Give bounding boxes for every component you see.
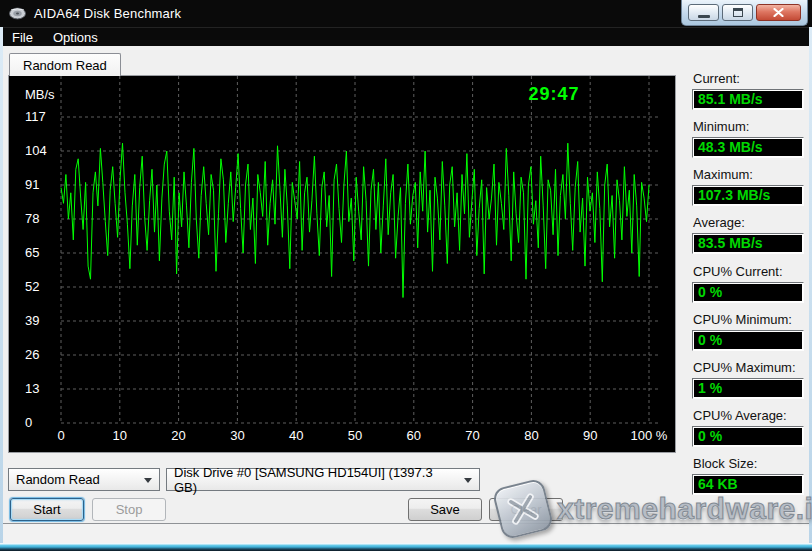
stat-value: 107.3 MB/s <box>694 187 802 204</box>
stat-value: 83.5 MB/s <box>694 235 802 252</box>
start-button[interactable]: Start <box>10 498 84 521</box>
y-tick-label: 78 <box>25 211 55 226</box>
test-type-value: Random Read <box>16 472 100 487</box>
x-tick-label: 20 <box>171 428 185 443</box>
dropdown-arrow-icon <box>464 478 472 483</box>
stat-label: Block Size: <box>693 456 804 471</box>
x-tick-label: 80 <box>524 428 538 443</box>
stat-cpu-average: CPU% Average: 0 % <box>692 408 804 447</box>
y-tick-label: 104 <box>25 143 55 158</box>
menu-bar: File Options <box>0 27 812 46</box>
test-type-select[interactable]: Random Read <box>8 468 160 491</box>
menu-options[interactable]: Options <box>43 29 108 46</box>
window-title: AIDA64 Disk Benchmark <box>34 6 181 21</box>
disk-icon <box>9 6 26 21</box>
stats-panel: Current: 85.1 MB/s Minimum: 48.3 MB/s Ma… <box>692 71 804 504</box>
y-tick-label: 39 <box>25 313 55 328</box>
save-button[interactable]: Save <box>408 498 482 521</box>
y-tick-label: 117 <box>25 109 55 124</box>
stat-label: Maximum: <box>693 167 804 182</box>
x-tick-label: 0 <box>57 428 64 443</box>
y-tick-label: 26 <box>25 347 55 362</box>
stat-value: 0 % <box>694 428 802 445</box>
stat-average: Average: 83.5 MB/s <box>692 215 804 254</box>
dropdown-arrow-icon <box>144 478 152 483</box>
stop-button[interactable]: Stop <box>92 498 166 521</box>
x-tick-label: 30 <box>230 428 244 443</box>
stat-label: CPU% Maximum: <box>693 360 804 375</box>
stat-label: CPU% Current: <box>693 264 804 279</box>
stat-label: CPU% Minimum: <box>693 312 804 327</box>
close-button[interactable] <box>756 4 801 21</box>
stat-value: 1 % <box>694 380 802 397</box>
y-tick-label: 52 <box>25 279 55 294</box>
stat-block-size: Block Size: 64 KB <box>692 456 804 495</box>
stat-label: Average: <box>693 215 804 230</box>
x-tick-label: 50 <box>348 428 362 443</box>
status-bar <box>1 523 811 543</box>
stat-value: 64 KB <box>694 476 802 493</box>
x-tick-label: 100 % <box>631 428 668 443</box>
stat-current: Current: 85.1 MB/s <box>692 71 804 110</box>
stat-label: Current: <box>693 71 804 86</box>
x-tick-label: 70 <box>465 428 479 443</box>
x-tick-label: 40 <box>289 428 303 443</box>
stat-label: Minimum: <box>693 119 804 134</box>
clear-button[interactable]: Clear <box>489 498 563 521</box>
disk-drive-select[interactable]: Disk Drive #0 [SAMSUNG HD154UI] (1397.3 … <box>166 468 480 491</box>
y-tick-label: 0 <box>25 415 55 430</box>
maximize-button[interactable] <box>722 4 753 21</box>
chart-plot <box>57 76 669 428</box>
stat-value: 48.3 MB/s <box>694 139 802 156</box>
menu-file[interactable]: File <box>2 29 43 46</box>
window-border-bottom <box>0 543 812 551</box>
disk-drive-value: Disk Drive #0 [SAMSUNG HD154UI] (1397.3 … <box>174 465 457 495</box>
stat-cpu-maximum: CPU% Maximum: 1 % <box>692 360 804 399</box>
tab-random-read[interactable]: Random Read <box>9 53 121 76</box>
minimize-button[interactable] <box>688 4 719 21</box>
window-controls <box>681 0 808 26</box>
elapsed-time: 29:47 <box>479 84 629 105</box>
stat-maximum: Maximum: 107.3 MB/s <box>692 167 804 206</box>
app-window: AIDA64 Disk Benchmark File Options Rando… <box>0 0 812 551</box>
maximize-icon <box>733 8 743 17</box>
y-tick-label: 91 <box>25 177 55 192</box>
close-icon <box>773 8 784 17</box>
stat-value: 0 % <box>694 284 802 301</box>
y-tick-label: 65 <box>25 245 55 260</box>
stat-value: 85.1 MB/s <box>694 91 802 108</box>
stat-cpu-current: CPU% Current: 0 % <box>692 264 804 303</box>
stat-label: CPU% Average: <box>693 408 804 423</box>
y-tick-label: 13 <box>25 381 55 396</box>
x-tick-label: 10 <box>113 428 127 443</box>
window-border-left <box>0 27 3 543</box>
x-tick-label: 90 <box>583 428 597 443</box>
minimize-icon <box>698 15 710 18</box>
stat-minimum: Minimum: 48.3 MB/s <box>692 119 804 158</box>
benchmark-chart: MB/s 117104917865523926130 0102030405060… <box>8 75 676 453</box>
stat-value: 0 % <box>694 332 802 349</box>
stat-cpu-minimum: CPU% Minimum: 0 % <box>692 312 804 351</box>
y-axis-unit: MB/s <box>25 87 55 102</box>
x-tick-label: 60 <box>407 428 421 443</box>
tab-label: Random Read <box>23 58 107 73</box>
